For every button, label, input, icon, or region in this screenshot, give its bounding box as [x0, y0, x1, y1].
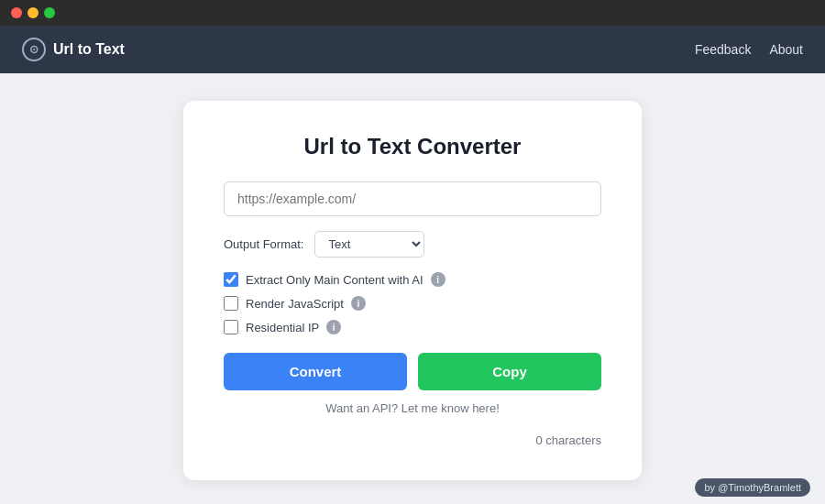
copy-button[interactable]: Copy: [418, 353, 601, 390]
convert-button[interactable]: Convert: [224, 353, 407, 390]
residential-ip-label: Residential IP: [246, 321, 319, 334]
format-label: Output Format:: [224, 237, 303, 251]
brand-name: Url to Text: [53, 41, 125, 58]
url-input[interactable]: [224, 181, 601, 216]
feedback-link[interactable]: Feedback: [695, 42, 751, 57]
format-row: Output Format: Text Markdown HTML: [224, 231, 601, 257]
maximize-button[interactable]: [44, 7, 55, 18]
extract-main-checkbox[interactable]: [224, 272, 238, 287]
char-count: 0 characters: [224, 433, 601, 447]
extract-main-label: Extract Only Main Content with AI: [246, 273, 424, 287]
extract-main-info-icon[interactable]: i: [431, 272, 446, 287]
button-row: Convert Copy: [224, 353, 601, 390]
render-js-label: Render JavaScript: [246, 297, 344, 311]
render-js-info-icon[interactable]: i: [351, 296, 366, 311]
option-row-extract: Extract Only Main Content with AI i: [224, 272, 601, 287]
card-title: Url to Text Converter: [224, 134, 601, 159]
navbar: ⊙ Url to Text Feedback About: [0, 26, 825, 73]
title-bar: [0, 0, 825, 26]
converter-card: Url to Text Converter Output Format: Tex…: [183, 101, 642, 480]
option-row-residential: Residential IP i: [224, 320, 601, 334]
render-js-checkbox[interactable]: [224, 296, 238, 311]
residential-ip-checkbox[interactable]: [224, 320, 238, 334]
api-link-row: Want an API? Let me know here!: [224, 401, 601, 415]
options-section: Extract Only Main Content with AI i Rend…: [224, 272, 601, 334]
about-link[interactable]: About: [769, 42, 803, 57]
attribution-badge: by @TimothyBramlett: [695, 478, 810, 497]
main-content: Url to Text Converter Output Format: Tex…: [0, 73, 825, 504]
traffic-lights: [11, 7, 55, 18]
option-row-renderjs: Render JavaScript i: [224, 296, 601, 311]
api-link[interactable]: Want an API? Let me know here!: [325, 401, 500, 415]
close-button[interactable]: [11, 7, 22, 18]
nav-brand: ⊙ Url to Text: [22, 38, 125, 61]
brand-icon: ⊙: [22, 38, 46, 61]
format-select[interactable]: Text Markdown HTML: [314, 231, 424, 257]
residential-ip-info-icon[interactable]: i: [326, 320, 341, 334]
minimize-button[interactable]: [28, 7, 38, 18]
nav-links: Feedback About: [695, 42, 803, 57]
